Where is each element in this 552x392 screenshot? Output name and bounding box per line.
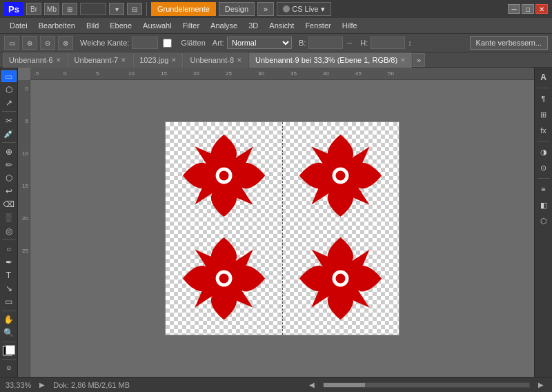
feather-input[interactable]: 0 Px <box>132 37 158 49</box>
svg-point-2 <box>219 171 229 181</box>
close-btn[interactable]: ✕ <box>535 4 548 14</box>
tool-zoom[interactable]: 🔍 <box>1 327 17 339</box>
tool-stamp[interactable]: ⬡ <box>1 172 17 184</box>
svg-point-5 <box>335 171 345 181</box>
view-icon[interactable]: ⊟ <box>127 3 142 15</box>
tool-eraser[interactable]: ⌫ <box>1 199 17 210</box>
doc-size: Dok: 2,86 MB/2,61 MB <box>53 381 130 389</box>
rpanel-text-btn[interactable]: A <box>537 70 551 84</box>
art-select[interactable]: Normal Additiv Subtraktiv Schnittmenge <box>227 37 292 49</box>
main-area: ▭ ⬡ ↗ ✂ 💉 ⊕ ✏ ⬡ ↩ ⌫ ░ ◎ ○ ✒ T ↘ ▭ ✋ 🔍 ⊙ <box>0 68 552 377</box>
tool-brush[interactable]: ✏ <box>1 159 17 170</box>
canvas-container <box>30 80 534 377</box>
window-buttons: ─ □ ✕ <box>508 4 548 14</box>
canvas-area: -5 0 5 10 15 20 25 30 35 40 45 50 0 5 10… <box>18 68 534 377</box>
mini-bridge-icon[interactable]: Mb <box>44 3 59 15</box>
menu-bearbeiten[interactable]: Bearbeiten <box>33 18 81 33</box>
ruler-horizontal: -5 0 5 10 15 20 25 30 35 40 45 50 <box>30 68 534 80</box>
tab-close-3[interactable]: ✕ <box>237 57 242 63</box>
menu-analyse[interactable]: Analyse <box>205 18 243 33</box>
tab-close-2[interactable]: ✕ <box>171 57 177 63</box>
bg-color[interactable] <box>6 345 15 355</box>
menu-hilfe[interactable]: Hilfe <box>337 18 363 33</box>
design-btn[interactable]: Design <box>219 2 255 16</box>
tool-modes[interactable]: ⊙ <box>1 362 17 374</box>
zoom-input[interactable]: 33,3 <box>80 3 106 15</box>
separator-1 <box>146 2 147 16</box>
tool-hand[interactable]: ✋ <box>1 313 17 325</box>
menu-auswahl[interactable]: Auswahl <box>137 18 177 33</box>
tool-history[interactable]: ↩ <box>1 186 17 197</box>
rpanel-adjust-btn[interactable]: ◑ <box>537 145 551 159</box>
rpanel-para-btn[interactable]: ¶ <box>537 92 551 106</box>
rpanel-layers-btn[interactable]: ≡ <box>537 182 551 196</box>
right-panel: A ¶ ⊞ fx ◑ ⊙ ≡ ◧ ⬡ <box>534 68 552 377</box>
status-scroll-right[interactable]: ▶ <box>535 380 546 391</box>
selection-tool-opt-icon: ▭ <box>4 36 19 50</box>
edge-improve-btn[interactable]: Kante verbessern... <box>470 36 548 50</box>
tab-1023jpg[interactable]: 1023.jpg ✕ <box>133 52 183 68</box>
tool-blur[interactable]: ◎ <box>1 225 17 237</box>
tool-pen[interactable]: ✒ <box>1 256 17 268</box>
grundelemente-btn[interactable]: Grundelemente <box>151 2 216 16</box>
menu-filter[interactable]: Filter <box>177 18 205 33</box>
b-label: B: <box>299 39 306 47</box>
more-workspaces-btn[interactable]: » <box>257 2 274 16</box>
tool-heal[interactable]: ⊕ <box>1 146 17 157</box>
tab-unbenannt9[interactable]: Unbenannt-9 bei 33,3% (Ebene 1, RGB/8) ✕ <box>249 52 412 68</box>
zoom-dropdown-icon[interactable]: ▾ <box>109 3 124 15</box>
feather-label: Weiche Kante: <box>80 39 129 47</box>
maximize-btn[interactable]: □ <box>522 4 534 14</box>
canvas-document <box>165 121 400 335</box>
tab-unbenannt7[interactable]: Unbenannt-7 ✕ <box>68 52 133 68</box>
fg-bg-colors[interactable] <box>1 344 17 356</box>
bridge-icon[interactable]: Br <box>26 3 41 15</box>
menu-bild[interactable]: Bild <box>81 18 104 33</box>
opt-icon-4: ⊗ <box>58 36 73 50</box>
menu-fenster[interactable]: Fenster <box>299 18 336 33</box>
rpanel-channels-btn[interactable]: ◧ <box>537 198 551 212</box>
scrollbar-h[interactable] <box>323 382 530 388</box>
tool-sep-6 <box>2 359 16 360</box>
tab-close-1[interactable]: ✕ <box>121 57 126 63</box>
cs-live-dropdown: ▾ <box>321 5 325 14</box>
rpanel-swatches-btn[interactable]: ⊞ <box>537 108 551 121</box>
rpanel-paths-btn[interactable]: ⬡ <box>537 214 551 228</box>
scrollbar-thumb[interactable] <box>324 383 365 387</box>
menu-ansicht[interactable]: Ansicht <box>264 18 299 33</box>
opt-icon-2: ⊕ <box>22 36 37 50</box>
h-label: H: <box>360 39 368 47</box>
menu-3d[interactable]: 3D <box>243 18 264 33</box>
tool-quick-select[interactable]: ↗ <box>1 97 17 108</box>
b-input[interactable] <box>308 37 343 49</box>
cs-live-btn[interactable]: CS Live ▾ <box>277 2 331 16</box>
rpanel-style-btn[interactable]: fx <box>537 124 551 137</box>
tool-marquee[interactable]: ▭ <box>1 70 17 82</box>
tab-close-4[interactable]: ✕ <box>400 57 406 63</box>
tool-sep-4 <box>2 311 16 311</box>
tab-unbenannt8[interactable]: Unbenannt-8 ✕ <box>184 52 248 68</box>
ps-logo: Ps <box>4 2 23 16</box>
menu-datei[interactable]: Datei <box>4 18 33 33</box>
tab-close-0[interactable]: ✕ <box>56 57 61 63</box>
minimize-btn[interactable]: ─ <box>508 4 520 14</box>
cs-live-label: CS Live <box>292 5 319 13</box>
tab-more-btn[interactable]: » <box>413 53 425 67</box>
tool-text[interactable]: T <box>1 269 17 281</box>
tab-unbenannt6[interactable]: Unbenannt-6 ✕ <box>3 52 68 68</box>
tool-shape[interactable]: ▭ <box>1 296 17 308</box>
art-label: Art: <box>213 39 224 47</box>
status-scroll-left[interactable]: ◀ <box>306 380 317 391</box>
tool-lasso[interactable]: ⬡ <box>1 84 17 95</box>
arrange-icon[interactable]: ⊞ <box>62 3 77 15</box>
tool-path[interactable]: ↘ <box>1 282 17 294</box>
menu-ebene[interactable]: Ebene <box>104 18 137 33</box>
glatt-checkbox[interactable] <box>163 39 172 48</box>
tool-dodge[interactable]: ○ <box>1 243 17 255</box>
tool-crop[interactable]: ✂ <box>1 115 17 126</box>
tool-gradient[interactable]: ░ <box>1 212 17 224</box>
tool-eyedropper[interactable]: 💉 <box>1 128 17 139</box>
rpanel-mask-btn[interactable]: ⊙ <box>537 161 551 175</box>
h-input[interactable] <box>371 37 405 49</box>
status-arrow-icon[interactable]: ▶ <box>37 380 48 391</box>
